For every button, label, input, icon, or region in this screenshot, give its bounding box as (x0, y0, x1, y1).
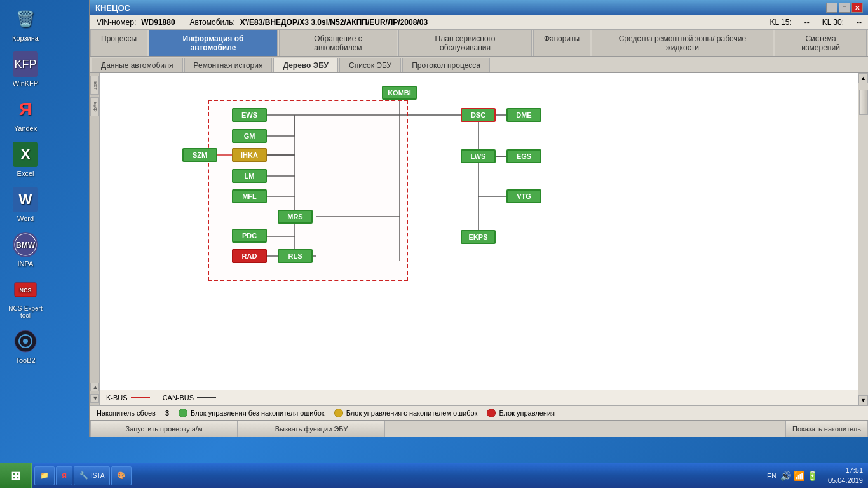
tab-favorites[interactable]: Фавориты (533, 30, 590, 56)
scroll-down-button[interactable]: ▼ (858, 395, 868, 405)
ecu-node-lm[interactable]: LM (232, 169, 267, 183)
app-window: КНЕЦОС _ □ ✕ VIN-номер: WD91880 Автомоби… (89, 0, 868, 437)
desktop: 🗑️ Корзина KFP WinKFP Я Yandex X Excel W… (0, 0, 868, 463)
close-button[interactable]: ✕ (851, 3, 863, 13)
yandex-icon: Я (13, 97, 38, 122)
kl-section: KL 15: -- KL 30: -- (770, 18, 862, 27)
tab-car-handling[interactable]: Обращение с автомобилем (279, 30, 397, 56)
scroll-track (858, 83, 868, 395)
ecu-node-rls[interactable]: RLS (278, 249, 313, 263)
inpa-icon: BMW (13, 232, 38, 257)
winkfp-icon: KFP (13, 51, 38, 77)
taskbar: ⊞ 📁 Я 🔧 ISTA 🎨 EN 🔊 📶 🔋 17:51 05.04.2019 (0, 463, 868, 488)
taskbar-item-explorer[interactable]: 📁 (34, 466, 55, 485)
taskbar-item-yandex[interactable]: Я (56, 466, 72, 485)
legend-canbus: CAN-BUS (163, 394, 217, 402)
ecu-node-ekps[interactable]: EKPS (461, 230, 496, 244)
ecu-node-lws[interactable]: LWS (461, 149, 496, 163)
vin-label: VIN-номер: (97, 18, 136, 27)
paint-icon: 🎨 (117, 471, 126, 480)
word-icon: W (13, 187, 38, 212)
language-indicator: EN (767, 472, 776, 480)
desktop-icon-toolb2[interactable]: TooB2 (3, 329, 48, 364)
scroll-thumb[interactable] (859, 90, 868, 115)
tab-repair-zone[interactable]: Средства ремонтной зоны/ рабочие жидкост… (592, 30, 774, 56)
desktop-icon-inpa[interactable]: BMW INPA (3, 232, 48, 268)
desktop-icon-excel[interactable]: X Excel (3, 142, 48, 177)
excel-icon: X (13, 142, 38, 167)
ecu-node-ews[interactable]: EWS (232, 108, 267, 122)
svg-text:NCS: NCS (19, 287, 31, 294)
kbus-line (131, 397, 150, 398)
yandex-taskbar-icon: Я (62, 472, 67, 480)
left-sidebar: Вст Буф ▲ ▼ (90, 73, 100, 405)
subtab-car-data[interactable]: Данные автомобиля (92, 58, 183, 72)
legend-kbus: K-BUS (106, 394, 150, 402)
status-badge-with-faults: Блок управления с накопителем ошибок (334, 409, 478, 417)
subtab-process-log[interactable]: Протокол процесса (402, 58, 490, 72)
title-bar: КНЕЦОС _ □ ✕ (90, 0, 868, 15)
green-dot (179, 409, 187, 417)
ncs-expert-icon: NCS (13, 277, 38, 302)
taskbar-item-ista[interactable]: 🔧 ISTA (74, 466, 110, 485)
kl15-value: -- (804, 18, 810, 27)
sidebar-insert-btn[interactable]: Вст (90, 76, 99, 95)
tray-icons: 🔊 📶 🔋 (780, 471, 818, 481)
title-bar-controls: _ □ ✕ (826, 3, 863, 13)
taskbar-tray: EN 🔊 📶 🔋 (762, 471, 823, 481)
sidebar-scroll-down-btn[interactable]: ▼ (90, 394, 99, 403)
maximize-button[interactable]: □ (839, 3, 850, 13)
run-check-button[interactable]: Запустить проверку а/м (90, 421, 238, 437)
explorer-icon: 📁 (40, 471, 49, 480)
minimize-button[interactable]: _ (826, 3, 837, 13)
ecu-node-ihka[interactable]: IHKA (232, 148, 267, 162)
ecu-node-szm[interactable]: SZM (182, 148, 217, 162)
bottom-buttons: Запустить проверку а/м Вызвать функции Э… (90, 420, 868, 437)
tab-service-plan[interactable]: План сервисного обслуживания (398, 30, 532, 56)
subtab-repair-history[interactable]: Ремонтная история (184, 58, 273, 72)
scroll-up-button[interactable]: ▲ (858, 73, 868, 83)
tab-measurement[interactable]: Система измерений (775, 30, 867, 56)
desktop-icon-yandex[interactable]: Я Yandex (3, 97, 48, 132)
taskbar-item-paint[interactable]: 🎨 (111, 466, 132, 485)
subtab-ecu-list[interactable]: Список ЭБУ (339, 58, 401, 72)
sidebar-buffer-btn[interactable]: Буф (90, 97, 99, 116)
subtab-ecu-tree[interactable]: Дерево ЭБУ (273, 58, 338, 72)
svg-text:BMW: BMW (16, 241, 36, 250)
desktop-icon-word[interactable]: W Word (3, 187, 48, 222)
call-functions-button[interactable]: Вызвать функции ЭБУ (238, 421, 385, 437)
kl30-label: KL 30: (822, 18, 844, 27)
with-faults-label: Блок управления с накопителем ошибок (346, 409, 478, 417)
vin-bar: VIN-номер: WD91880 Автомобиль: X'/E83/ВН… (90, 15, 868, 30)
desktop-icon-ncs-expert[interactable]: NCS NCS-Expert tool (3, 277, 48, 319)
desktop-icon-winkfp[interactable]: KFP WinKFP (3, 51, 48, 87)
ecu-node-dme[interactable]: DME (506, 108, 541, 122)
ecu-node-gm[interactable]: GM (232, 129, 267, 143)
tab-car-info[interactable]: Информация об автомобиле (149, 30, 278, 56)
sidebar-scroll-up-btn[interactable]: ▲ (90, 383, 99, 391)
tab-processes[interactable]: Процессы (90, 30, 147, 56)
desktop-icon-recycle-bin[interactable]: 🗑️ Корзина (3, 6, 48, 42)
toolb2-icon (13, 329, 38, 354)
ecu-node-vtg[interactable]: VTG (506, 189, 541, 203)
ecu-node-dsc[interactable]: DSC (461, 108, 496, 122)
kl30-value: -- (857, 18, 862, 27)
kbus-label: K-BUS (106, 394, 128, 402)
ecu-node-egs[interactable]: EGS (506, 149, 541, 163)
ecu-node-mfl[interactable]: MFL (232, 189, 267, 203)
status-bar: Накопитель сбоев 3 Блок управления без н… (90, 405, 868, 420)
fault-control-label: Блок управления (499, 409, 555, 417)
ecu-node-pdc[interactable]: PDC (232, 229, 267, 243)
red-dot (487, 409, 496, 417)
canbus-line (197, 397, 216, 398)
clock-date: 05.04.2019 (828, 476, 863, 485)
show-buffer-button[interactable]: Показать накопитель (785, 421, 868, 437)
car-value: X'/E83/ВНЕДОР/X3 3.0si/N52/АКПП/EUR/ЛР/2… (240, 18, 428, 27)
ista-icon: 🔧 (79, 471, 88, 480)
ecu-node-mrs[interactable]: MRS (278, 210, 313, 224)
ecu-node-rad[interactable]: RAD (232, 249, 267, 263)
no-faults-label: Блок управления без накопителя ошибок (191, 409, 325, 417)
start-button[interactable]: ⊞ (0, 463, 32, 488)
ecu-node-kombi[interactable]: KOMBI (382, 86, 417, 100)
desktop-icons: 🗑️ Корзина KFP WinKFP Я Yandex X Excel W… (0, 0, 51, 370)
